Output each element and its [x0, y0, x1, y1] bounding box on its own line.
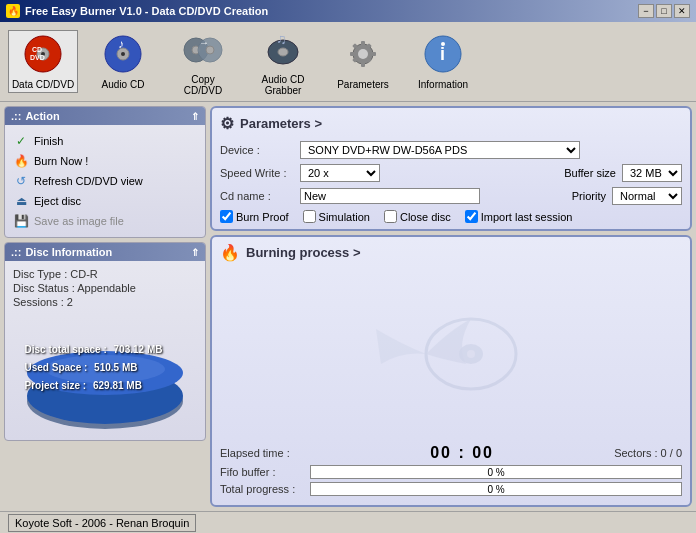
burning-title: 🔥 Burning process > [220, 243, 682, 262]
params-checkboxes-row: Burn Proof Simulation Close disc Import … [220, 210, 682, 223]
disc-info-panel: .:: Disc Information ⇑ Disc Type : CD-R … [4, 242, 206, 441]
minimize-button[interactable]: − [638, 4, 654, 18]
disc-info-panel-bullets: .:: [11, 246, 21, 258]
sectors-label-text: Sectors : [614, 447, 657, 459]
toolbar-item-parameters[interactable]: Parameters [328, 30, 398, 93]
action-save-image: 💾 Save as image file [13, 211, 197, 231]
app-icon: 🔥 [6, 4, 20, 18]
svg-point-15 [278, 48, 288, 56]
audio-cd-icon: ♪ [102, 33, 144, 75]
total-percent: 0 % [311, 483, 681, 497]
params-gear-icon: ⚙ [220, 114, 234, 133]
burning-icon: 🔥 [220, 243, 240, 262]
import-last-label: Import last session [481, 211, 573, 223]
svg-text:♫: ♫ [276, 31, 287, 47]
close-disc-checkbox-item: Close disc [384, 210, 451, 223]
toolbar-item-data-cd-dvd[interactable]: CD DVD Data CD/DVD [8, 30, 78, 93]
params-speed-row: Speed Write : 20 x Buffer size 32 MB [220, 164, 682, 182]
disc-status: Disc Status : Appendable [13, 281, 197, 295]
action-eject[interactable]: ⏏ Eject disc [13, 191, 197, 211]
speed-select[interactable]: 20 x [300, 164, 380, 182]
cdname-input[interactable] [300, 188, 480, 204]
toolbar-label-audio-grabber: Audio CD Grabber [251, 74, 315, 96]
burning-animation-area [220, 268, 682, 440]
refresh-label: Refresh CD/DVD view [34, 175, 143, 187]
disc-info-collapse[interactable]: ⇑ [191, 247, 199, 258]
maximize-button[interactable]: □ [656, 4, 672, 18]
simulation-checkbox[interactable] [303, 210, 316, 223]
svg-text:DVD: DVD [30, 54, 45, 61]
elapsed-value: 00 : 00 [310, 444, 614, 462]
main-content: .:: Action ⇑ ✓ Finish 🔥 Burn Now ! ↺ Ref… [0, 102, 696, 511]
toolbar-label-audio-cd: Audio CD [102, 79, 145, 90]
chart-used-key: Used Space : [25, 362, 88, 373]
svg-rect-20 [361, 62, 365, 67]
action-panel-body: ✓ Finish 🔥 Burn Now ! ↺ Refresh CD/DVD v… [5, 125, 205, 237]
disc-chart: Disc total space : 703.12 MB Used Space … [5, 315, 205, 440]
information-icon: i [422, 33, 464, 75]
audio-grabber-icon: ♫ [262, 28, 304, 70]
priority-select[interactable]: Normal [612, 187, 682, 205]
svg-text:CD: CD [32, 46, 42, 53]
close-disc-checkbox[interactable] [384, 210, 397, 223]
save-image-label: Save as image file [34, 215, 124, 227]
chart-labels-overlay: Disc total space : 703.12 MB Used Space … [25, 341, 163, 395]
disc-info-body: Disc Type : CD-R Disc Status : Appendabl… [5, 261, 205, 315]
import-last-checkbox[interactable] [465, 210, 478, 223]
left-panel: .:: Action ⇑ ✓ Finish 🔥 Burn Now ! ↺ Ref… [0, 102, 210, 511]
device-control: SONY DVD+RW DW-D56A PDS [300, 141, 682, 159]
chart-total-key: Disc total space : [25, 344, 107, 355]
action-burn-now[interactable]: 🔥 Burn Now ! [13, 151, 197, 171]
svg-point-36 [467, 350, 475, 358]
copy-cd-dvd-icon: → [182, 28, 224, 70]
priority-label: Priority [572, 190, 606, 202]
eject-label: Eject disc [34, 195, 81, 207]
action-panel-title: Action [25, 110, 59, 122]
toolbar-label-data-cd-dvd: Data CD/DVD [12, 79, 74, 90]
svg-text:i: i [440, 44, 445, 64]
right-panel: ⚙ Parameters > Device : SONY DVD+RW DW-D… [210, 102, 696, 511]
params-cdname-row: Cd name : Priority Normal [220, 187, 682, 205]
burn-proof-checkbox-item: Burn Proof [220, 210, 289, 223]
status-text: Koyote Soft - 2006 - Renan Broquin [8, 514, 196, 532]
svg-text:♪: ♪ [118, 37, 124, 51]
action-finish[interactable]: ✓ Finish [13, 131, 197, 151]
chart-used-row: Used Space : 510.5 MB [25, 359, 163, 377]
toolbar-item-audio-cd[interactable]: ♪ Audio CD [88, 30, 158, 93]
fifo-percent: 0 % [311, 466, 681, 480]
svg-point-29 [441, 42, 445, 46]
parameters-title: ⚙ Parameters > [220, 114, 682, 133]
svg-point-18 [358, 49, 368, 59]
device-label: Device : [220, 144, 300, 156]
finish-label: Finish [34, 135, 63, 147]
chart-project-row: Project size : 629.81 MB [25, 377, 163, 395]
toolbar-item-information[interactable]: i Information [408, 30, 478, 93]
status-bar-text: Koyote Soft - 2006 - Renan Broquin [15, 517, 189, 529]
stats-elapsed-row: Elapsed time : 00 : 00 Sectors : 0 / 0 [220, 444, 682, 462]
action-panel: .:: Action ⇑ ✓ Finish 🔥 Burn Now ! ↺ Ref… [4, 106, 206, 238]
svg-text:→: → [199, 37, 209, 48]
disc-sessions: Sessions : 2 [13, 295, 197, 309]
data-cd-dvd-icon: CD DVD [22, 33, 64, 75]
device-select[interactable]: SONY DVD+RW DW-D56A PDS [300, 141, 580, 159]
window-controls: − □ ✕ [638, 4, 690, 18]
cdname-control [300, 188, 562, 204]
toolbar-item-copy-cd-dvd[interactable]: → Copy CD/DVD [168, 25, 238, 99]
toolbar-label-parameters: Parameters [337, 79, 389, 90]
speed-control: 20 x [300, 164, 554, 182]
burn-proof-checkbox[interactable] [220, 210, 233, 223]
action-panel-collapse[interactable]: ⇑ [191, 111, 199, 122]
toolbar-item-audio-grabber[interactable]: ♫ Audio CD Grabber [248, 25, 318, 99]
close-button[interactable]: ✕ [674, 4, 690, 18]
svg-rect-22 [371, 52, 376, 56]
buffer-select[interactable]: 32 MB [622, 164, 682, 182]
disc-info-panel-title: Disc Information [25, 246, 112, 258]
toolbar: CD DVD Data CD/DVD ♪ Audio CD → [0, 22, 696, 102]
sectors-label: Sectors : 0 / 0 [614, 447, 682, 459]
import-last-checkbox-item: Import last session [465, 210, 573, 223]
toolbar-label-information: Information [418, 79, 468, 90]
burn-now-label: Burn Now ! [34, 155, 88, 167]
action-refresh[interactable]: ↺ Refresh CD/DVD view [13, 171, 197, 191]
chart-total-row: Disc total space : 703.12 MB [25, 341, 163, 359]
burn-proof-label: Burn Proof [236, 211, 289, 223]
